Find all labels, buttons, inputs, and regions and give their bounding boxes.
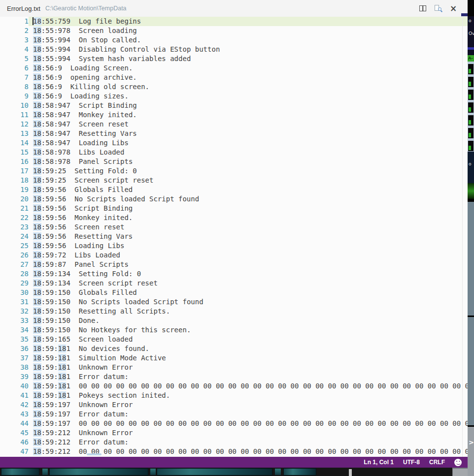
line-number[interactable]: 32 (0, 307, 29, 316)
line-number[interactable]: 29 (0, 279, 29, 288)
line-number[interactable]: 31 (0, 297, 29, 307)
line-number[interactable]: 7 (0, 73, 29, 82)
line-number[interactable]: 43 (0, 410, 29, 419)
log-line[interactable]: 1918:59:56 Globals Filled (0, 185, 468, 194)
log-line[interactable]: 2318:59:56 Screen reset (0, 222, 468, 232)
log-line[interactable]: 1818:59:25 Screen script reset (0, 176, 468, 185)
line-number[interactable]: 6 (0, 63, 29, 73)
log-line[interactable]: 2218:59:56 Monkey inited. (0, 213, 468, 222)
line-number[interactable]: 14 (0, 138, 29, 148)
line-number[interactable]: 39 (0, 372, 29, 381)
line-number[interactable]: 19 (0, 185, 29, 194)
log-line[interactable]: 3918:59:181 Error datum: (0, 372, 468, 381)
log-line[interactable]: 4718:59:212 00 00 00 00 00 00 00 00 00 0… (0, 447, 468, 456)
line-number[interactable]: 3 (0, 35, 29, 45)
log-line[interactable]: 718:56:9 opening archive. (0, 73, 468, 82)
log-line[interactable]: 418:55:994 Disabling Control via EStop b… (0, 45, 468, 54)
line-number[interactable]: 40 (0, 381, 29, 391)
log-line[interactable]: 4018:59:181 00 00 00 00 00 00 00 00 00 0… (0, 381, 468, 391)
log-line[interactable]: 2918:59:134 Screen script reset (0, 279, 468, 288)
line-number[interactable]: 9 (0, 92, 29, 101)
line-number[interactable]: 18 (0, 176, 29, 185)
log-line[interactable]: 3718:59:181 Simultion Mode Active (0, 353, 468, 363)
line-number[interactable]: 1 (0, 17, 29, 26)
line-number[interactable]: 4 (0, 45, 29, 54)
editor-area[interactable]: 118:55:759 Log file begins218:55:978 Scr… (0, 17, 468, 457)
horizontal-scrollbar[interactable] (87, 453, 102, 455)
log-line[interactable]: 3818:59:181 Unknown Error (0, 363, 468, 372)
split-editor-button[interactable] (418, 4, 427, 13)
eol-indicator[interactable]: CRLF (429, 459, 445, 466)
line-number[interactable]: 16 (0, 157, 29, 166)
log-line[interactable]: 1118:58:947 Monkey inited. (0, 110, 468, 120)
line-number[interactable]: 33 (0, 316, 29, 325)
line-number[interactable]: 42 (0, 400, 29, 410)
line-number[interactable]: 28 (0, 269, 29, 279)
log-line[interactable]: 4318:59:197 Error datum: (0, 410, 468, 419)
encoding-indicator[interactable]: UTF-8 (403, 459, 420, 466)
line-number[interactable]: 35 (0, 335, 29, 344)
log-line[interactable]: 3318:59:150 Done. (0, 316, 468, 325)
log-line[interactable]: 518:55:994 System hash variables added (0, 54, 468, 63)
line-number[interactable]: 22 (0, 213, 29, 222)
log-line[interactable]: 3018:59:150 Globals Filled (0, 288, 468, 297)
line-number[interactable]: 41 (0, 391, 29, 400)
line-number[interactable]: 34 (0, 325, 29, 335)
log-line[interactable]: 3118:59:150 No Scripts loaded Script fou… (0, 297, 468, 307)
log-line[interactable]: 618:56:9 Loading Screen. (0, 63, 468, 73)
log-line[interactable]: 1018:58:947 Script Binding (0, 101, 468, 110)
line-number[interactable]: 8 (0, 82, 29, 92)
log-line[interactable]: 3218:59:150 Resetting all Scripts. (0, 307, 468, 316)
line-number[interactable]: 13 (0, 129, 29, 138)
line-number[interactable]: 5 (0, 54, 29, 63)
line-number[interactable]: 2 (0, 26, 29, 35)
log-line[interactable]: 318:55:994 On Stop called. (0, 35, 468, 45)
log-line[interactable]: 2418:59:56 Resetting Vars (0, 232, 468, 241)
line-number[interactable]: 38 (0, 363, 29, 372)
cursor-position[interactable]: Ln 1, Col 1 (364, 459, 394, 466)
line-number[interactable]: 17 (0, 166, 29, 176)
line-number[interactable]: 15 (0, 148, 29, 157)
log-line[interactable]: 1718:59:25 Setting Fold: 0 (0, 166, 468, 176)
log-line[interactable]: 1618:58:978 Panel Scripts (0, 157, 468, 166)
log-line[interactable]: 1318:58:947 Resetting Vars (0, 129, 468, 138)
log-line[interactable]: 2818:59:134 Setting Fold: 0 (0, 269, 468, 279)
log-line[interactable]: 3618:59:181 No devices found. (0, 344, 468, 353)
log-line[interactable]: 818:56:9 Killing old screen. (0, 82, 468, 92)
log-line[interactable]: 4418:59:197 00 00 00 00 00 00 00 00 00 0… (0, 419, 468, 428)
line-number[interactable]: 44 (0, 419, 29, 428)
line-number[interactable]: 10 (0, 101, 29, 110)
log-line[interactable]: 3518:59:165 Screen loaded (0, 335, 468, 344)
line-number[interactable]: 47 (0, 447, 29, 456)
log-line[interactable]: 2118:59:56 Script Binding (0, 204, 468, 213)
log-line[interactable]: 2018:59:56 No Scripts loaded Script foun… (0, 194, 468, 204)
log-line[interactable]: 4218:59:197 Unknown Error (0, 400, 468, 410)
line-number[interactable]: 46 (0, 438, 29, 447)
line-number[interactable]: 25 (0, 241, 29, 251)
log-line[interactable]: 3418:59:150 No Hotkeys for this screen. (0, 325, 468, 335)
log-line[interactable]: 1518:58:978 Libs Loaded (0, 148, 468, 157)
line-number[interactable]: 36 (0, 344, 29, 353)
line-number[interactable]: 26 (0, 251, 29, 260)
line-number[interactable]: 12 (0, 120, 29, 129)
log-line[interactable]: 2618:59:72 Libs Loaded (0, 251, 468, 260)
log-line[interactable]: 2718:59:87 Panel Scripts (0, 260, 468, 269)
line-number[interactable]: 24 (0, 232, 29, 241)
log-line[interactable]: 2518:59:56 Loading Libs (0, 241, 468, 251)
log-line[interactable]: 1418:58:947 Loading Libs (0, 138, 468, 148)
log-line[interactable]: 218:55:978 Screen loading (0, 26, 468, 35)
log-line[interactable]: 918:56:9 Loading sizes. (0, 92, 468, 101)
line-number[interactable]: 30 (0, 288, 29, 297)
feedback-smiley-icon[interactable] (454, 459, 462, 466)
log-line[interactable]: 4618:59:212 Error datum: (0, 438, 468, 447)
line-number[interactable]: 37 (0, 353, 29, 363)
line-number[interactable]: 23 (0, 222, 29, 232)
close-button[interactable]: × (449, 4, 458, 13)
log-line[interactable]: 4518:59:212 Unknown Error (0, 428, 468, 438)
line-number[interactable]: 11 (0, 110, 29, 120)
line-number[interactable]: 21 (0, 204, 29, 213)
log-line[interactable]: 4118:59:181 Pokeys section inited. (0, 391, 468, 400)
line-number[interactable]: 45 (0, 428, 29, 438)
log-line[interactable]: 1218:58:947 Screen reset (0, 120, 468, 129)
line-number[interactable]: 20 (0, 194, 29, 204)
